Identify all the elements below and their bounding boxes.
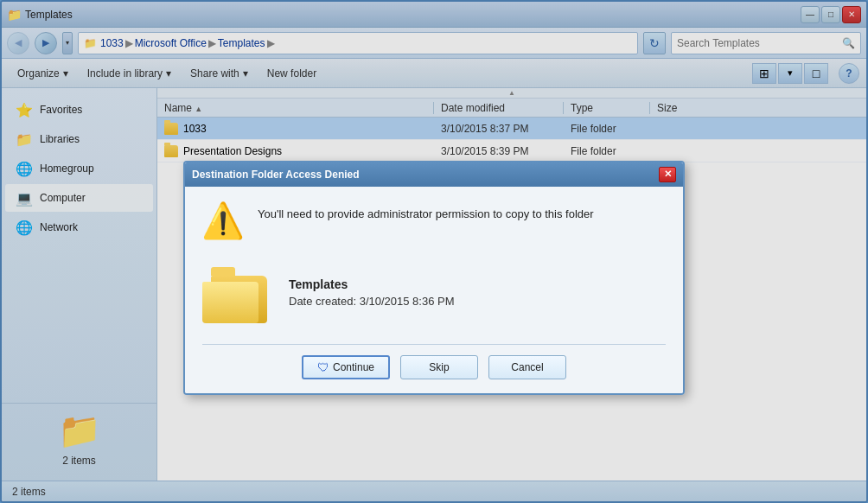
continue-button[interactable]: 🛡 Continue [302,355,390,379]
warning-icon: ⚠️ [202,201,244,242]
dialog-buttons: 🛡 Continue Skip Cancel [202,344,666,379]
dialog-title-bar: Destination Folder Access Denied ✕ [185,162,683,187]
dialog-folder-info: Templates Date created: 3/10/2015 8:36 P… [289,277,455,308]
dialog-body: ⚠️ You'll need to provide administrator … [185,187,683,393]
dialog-folder-icon [202,263,271,323]
continue-label: Continue [333,361,374,373]
cancel-button[interactable]: Cancel [488,355,566,379]
dialog-close-button[interactable]: ✕ [659,167,676,182]
dialog-title: Destination Folder Access Denied [192,169,360,181]
modal-overlay: Destination Folder Access Denied ✕ ⚠️ Yo… [2,2,866,501]
skip-button[interactable]: Skip [400,355,478,379]
dialog-folder-name: Templates [289,277,455,291]
shield-icon: 🛡 [317,360,329,374]
dialog-folder-date: Date created: 3/10/2015 8:36 PM [289,295,455,308]
dialog-top-section: ⚠️ You'll need to provide administrator … [202,201,666,242]
dialog-message: You'll need to provide administrator per… [258,201,594,223]
folder-front [202,282,258,323]
access-denied-dialog: Destination Folder Access Denied ✕ ⚠️ Yo… [183,161,685,395]
cancel-label: Cancel [511,361,543,373]
dialog-folder-area: Templates Date created: 3/10/2015 8:36 P… [202,256,666,330]
skip-label: Skip [429,361,449,373]
